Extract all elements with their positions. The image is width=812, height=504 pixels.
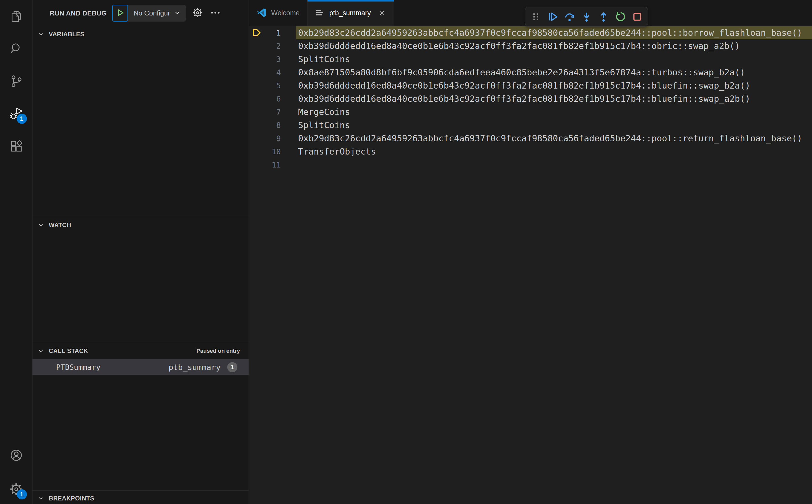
start-debugging-button[interactable] [112, 5, 128, 22]
chevron-down-icon [38, 348, 44, 354]
breakpoint-gutter[interactable] [249, 158, 264, 171]
variables-section-header[interactable]: VARIABLES [32, 26, 248, 42]
editor-group: Welcome ptb_summary [249, 0, 812, 504]
continue-icon [547, 11, 559, 23]
line-number: 3 [264, 55, 296, 64]
editor-line: 5 0xb39d6dddedd16ed8a40ce0b1e6b43c92acf0… [249, 79, 812, 92]
sidebar-header: RUN AND DEBUG No Configur [32, 0, 248, 26]
debug-settings-button[interactable] [191, 7, 204, 19]
tab-label: ptb_summary [329, 9, 371, 17]
editor-line: 11 [249, 158, 812, 171]
call-stack-section-header[interactable]: CALL STACK Paused on entry [32, 343, 248, 359]
debug-sessions-badge: 1 [17, 114, 27, 124]
editor-line: 1 0xb29d83c26cdd2a64959263abbcfc4a6937f0… [249, 26, 812, 39]
sidebar-item-source-control[interactable] [9, 75, 23, 89]
breakpoint-gutter[interactable] [249, 105, 264, 119]
stop-button[interactable] [631, 10, 644, 23]
line-number: 11 [264, 160, 296, 169]
code-text[interactable]: 0x8ae871505a80d8bf6bf9c05906cda6edfeea46… [298, 67, 745, 77]
code-editor[interactable]: 1 0xb29d83c26cdd2a64959263abbcfc4a6937f0… [249, 26, 812, 504]
code-text[interactable]: 0xb39d6dddedd16ed8a40ce0b1e6b43c92acf0ff… [298, 41, 740, 51]
step-out-button[interactable] [597, 10, 610, 23]
restart-icon [615, 11, 626, 23]
line-number: 8 [264, 121, 296, 130]
editor-line: 3 SplitCoins [249, 53, 812, 66]
code-text[interactable]: SplitCoins [298, 120, 350, 130]
tab-ptb-summary[interactable]: ptb_summary [307, 0, 394, 26]
breakpoint-gutter[interactable] [249, 66, 264, 79]
call-stack-frame-row[interactable]: PTBSummary ptb_summary 1 [32, 359, 248, 375]
watch-section-header[interactable]: WATCH [32, 217, 248, 233]
extensions-icon [10, 140, 23, 154]
settings-button[interactable]: 1 [9, 483, 23, 497]
step-into-icon [581, 11, 592, 23]
editor-line: 6 0xb39d6dddedd16ed8a40ce0b1e6b43c92acf0… [249, 92, 812, 105]
breakpoints-section-header[interactable]: BREAKPOINTS [32, 491, 248, 504]
step-into-button[interactable] [580, 10, 593, 23]
editor-line: 8 SplitCoins [249, 119, 812, 132]
step-over-button[interactable] [563, 10, 576, 23]
line-number: 9 [264, 134, 296, 143]
sidebar-item-extensions[interactable] [9, 140, 23, 154]
editor-line: 7 MergeCoins [249, 105, 812, 119]
line-number: 1 [264, 28, 296, 37]
files-icon [10, 10, 23, 24]
code-text[interactable]: SplitCoins [298, 54, 350, 64]
activity-bar: 1 [0, 0, 32, 504]
step-over-icon [564, 11, 575, 23]
breakpoint-gutter[interactable] [249, 53, 264, 66]
editor-line: 10 TransferObjects [249, 145, 812, 158]
breakpoint-gutter[interactable] [249, 132, 264, 145]
breakpoints-section-label: BREAKPOINTS [49, 495, 94, 502]
continue-button[interactable] [546, 10, 559, 23]
tab-welcome[interactable]: Welcome [249, 0, 307, 26]
breakpoint-gutter[interactable] [249, 145, 264, 158]
ellipsis-icon [210, 7, 221, 19]
chevron-down-icon [38, 31, 44, 38]
source-control-icon [10, 75, 23, 89]
sidebar-title: RUN AND DEBUG [50, 9, 107, 17]
account-icon [10, 449, 23, 463]
close-tab-button[interactable] [377, 9, 386, 18]
account-button[interactable] [9, 449, 23, 463]
vscode-logo-icon [256, 8, 266, 19]
breakpoint-gutter[interactable] [249, 79, 264, 92]
breakpoint-gutter[interactable] [249, 92, 264, 105]
config-dropdown[interactable]: No Configur [128, 5, 186, 22]
code-text[interactable]: 0xb39d6dddedd16ed8a40ce0b1e6b43c92acf0ff… [298, 94, 750, 104]
sidebar-item-explorer[interactable] [9, 10, 23, 24]
restart-button[interactable] [614, 10, 627, 23]
line-number: 2 [264, 42, 296, 51]
vscode-window: 1 [0, 0, 812, 504]
code-text[interactable]: 0xb39d6dddedd16ed8a40ce0b1e6b43c92acf0ff… [298, 80, 750, 91]
run-and-debug-sidebar: RUN AND DEBUG No Configur [32, 0, 249, 504]
editor-line: 4 0x8ae871505a80d8bf6bf9c05906cda6edfeea… [249, 66, 812, 79]
views-more-actions-button[interactable] [209, 7, 221, 19]
stop-icon [632, 11, 643, 23]
sidebar-item-search[interactable] [9, 42, 23, 56]
breakpoint-gutter[interactable] [249, 39, 264, 53]
tab-label: Welcome [271, 9, 299, 17]
code-text[interactable]: TransferObjects [298, 146, 376, 157]
watch-section-label: WATCH [49, 222, 71, 229]
config-dropdown-label: No Configur [134, 9, 170, 17]
search-icon [10, 42, 23, 56]
frame-line-badge: 1 [227, 362, 237, 372]
sidebar-item-run-and-debug[interactable]: 1 [9, 107, 23, 121]
debug-pause-status: Paused on entry [196, 348, 240, 354]
code-text[interactable]: 0xb29d83c26cdd2a64959263abbcfc4a6937f0c9… [298, 133, 802, 143]
breakpoint-gutter[interactable] [249, 119, 264, 132]
line-number: 10 [264, 147, 296, 156]
code-text[interactable]: MergeCoins [298, 107, 350, 117]
editor-line: 9 0xb29d83c26cdd2a64959263abbcfc4a6937f0… [249, 132, 812, 145]
breakpoint-gutter[interactable] [249, 26, 264, 39]
toolbar-drag-handle[interactable] [529, 10, 542, 23]
variables-section: VARIABLES [32, 26, 248, 217]
launch-config-group: No Configur [112, 5, 186, 22]
code-text[interactable]: 0xb29d83c26cdd2a64959263abbcfc4a6937f0c9… [298, 28, 802, 38]
settings-badge: 1 [17, 489, 27, 499]
call-stack-section: CALL STACK Paused on entry PTBSummary pt… [32, 343, 248, 490]
close-icon [378, 10, 385, 16]
current-instruction-pointer-icon [252, 28, 261, 37]
frame-name: PTBSummary [56, 363, 101, 372]
